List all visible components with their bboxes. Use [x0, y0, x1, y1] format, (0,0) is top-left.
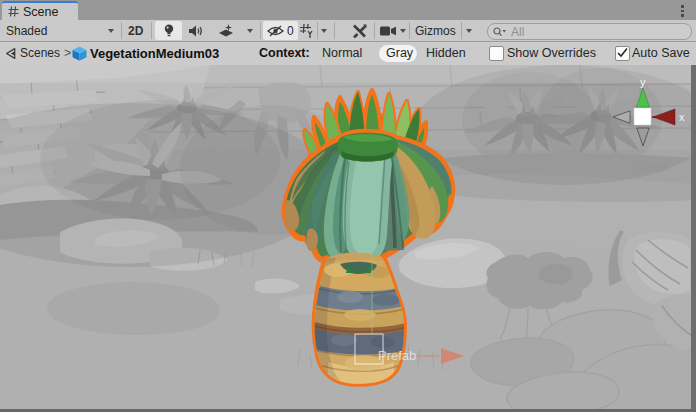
svg-text:y: y	[640, 76, 646, 88]
svg-text:x: x	[679, 111, 685, 123]
svg-text:Prefab: Prefab	[378, 348, 416, 363]
